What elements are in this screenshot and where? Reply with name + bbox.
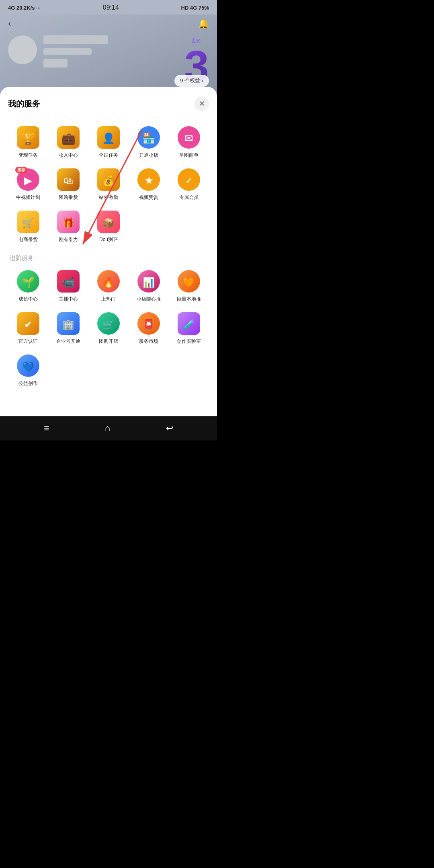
service-item-biancheng[interactable]: 🏆变现任务 — [8, 122, 48, 164]
svg-text:✉: ✉ — [184, 132, 193, 144]
service-icon-shangremen: 🔥 — [97, 270, 120, 293]
service-label-zhanjiwaihu: 站外激励 — [99, 194, 118, 201]
modal-header: 我的服务 ✕ — [8, 96, 209, 111]
svg-text:🧡: 🧡 — [183, 276, 195, 288]
svg-text:✓: ✓ — [185, 176, 192, 186]
service-item-shipin[interactable]: ★视频赞赏 — [129, 164, 169, 207]
service-label-zhongshipin: 中视频计划 — [16, 194, 40, 201]
svg-text:🔥: 🔥 — [102, 276, 115, 288]
service-icon-biancheng: 🏆 — [17, 126, 39, 149]
service-icon-shouru: 💼 — [57, 126, 80, 149]
service-label-fuwu: 服务市场 — [139, 338, 158, 345]
avatar — [8, 35, 37, 64]
service-item-shouru[interactable]: 💼收入中心 — [48, 122, 88, 164]
header-nav: ‹ 🔔 — [8, 18, 209, 29]
service-icon-zhubo: 📹 — [57, 270, 80, 293]
service-item-zhuanshu[interactable]: ✓专属会员 — [169, 164, 209, 207]
service-item-fuwu[interactable]: 📮服务市场 — [129, 308, 169, 350]
services-grid: 🏆变现任务💼收入中心👤全民任务🏪开通小店✉星图商单▶推荐中视频计划🛍团购带货💰站… — [8, 122, 209, 249]
service-icon-zhuanshu: ✓ — [178, 168, 200, 191]
status-right: HD 4G 75% — [181, 5, 209, 11]
service-item-xingtushangdan[interactable]: ✉星图商单 — [169, 122, 209, 164]
service-label-guanfang: 官方认证 — [18, 338, 38, 345]
svg-text:📮: 📮 — [143, 319, 155, 330]
service-item-kaitong[interactable]: 🏪开通小店 — [129, 122, 169, 164]
svg-text:🏪: 🏪 — [142, 132, 156, 145]
service-label-juyou: 剧有引力 — [59, 236, 78, 243]
service-icon-zhanjiwaihu: 💰 — [97, 168, 120, 191]
profile-content — [8, 35, 209, 68]
service-label-quanmin: 全民任务 — [99, 152, 118, 159]
status-bar: 4G 20.2K/s ··· 09:14 HD 4G 75% — [0, 0, 217, 14]
service-icon-chengzhang: 🌱 — [17, 270, 39, 293]
service-label-shangremen: 上热门 — [101, 296, 116, 303]
benefits-button[interactable]: 9 个权益 › — [174, 75, 209, 87]
service-label-gongyi: 公益创作 — [18, 380, 38, 387]
profile-header: ‹ 🔔 Lv. 3 9 个权益 › — [0, 14, 217, 95]
service-item-zhubo[interactable]: 📹主播中心 — [48, 266, 88, 308]
svg-text:👤: 👤 — [102, 132, 115, 145]
home-icon[interactable]: ⌂ — [105, 423, 110, 434]
service-icon-dianshang: 🛒 — [17, 211, 39, 233]
service-label-qiye: 企业号开通 — [56, 338, 80, 345]
status-time: 09:14 — [103, 4, 119, 11]
menu-icon[interactable]: ≡ — [44, 423, 49, 434]
service-item-juyou[interactable]: 🎁剧有引力 — [48, 207, 88, 249]
service-icon-shipin: ★ — [137, 168, 160, 191]
username-bar — [43, 35, 108, 44]
service-label-xingtushangdan: 星图商单 — [179, 152, 199, 159]
service-icon-juliang: 🧡 — [178, 270, 200, 293]
service-item-shiyanshi[interactable]: 🧪创作实验室 — [169, 308, 209, 350]
service-item-juliang[interactable]: 🧡巨量本地推 — [169, 266, 209, 308]
svg-text:💙: 💙 — [22, 361, 34, 373]
service-item-quanmin[interactable]: 👤全民任务 — [88, 122, 129, 164]
svg-text:🧪: 🧪 — [183, 319, 195, 330]
service-item-dou[interactable]: 📦Dou测评 — [88, 207, 129, 249]
service-item-dianshang[interactable]: 🛒电商带货 — [8, 207, 48, 249]
service-item-chengzhang[interactable]: 🌱成长中心 — [8, 266, 48, 308]
svg-text:💰: 💰 — [102, 175, 115, 186]
service-label-dianshang: 电商带货 — [18, 236, 38, 243]
svg-text:📊: 📊 — [143, 276, 155, 288]
service-item-guanfang[interactable]: ✔官方认证 — [8, 308, 48, 350]
modal-sheet: 我的服务 ✕ 🏆变现任务💼收入中心👤全民任务🏪开通小店✉星图商单▶推荐中视频计划… — [0, 87, 217, 416]
svg-text:📹: 📹 — [62, 276, 75, 289]
service-icon-quanmin: 👤 — [97, 126, 120, 149]
advanced-services-grid: 🌱成长中心📹主播中心🔥上热门📊小店随心推🧡巨量本地推✔官方认证🏢企业号开通🛒团购… — [8, 266, 209, 393]
service-label-zhubo: 主播中心 — [59, 296, 78, 303]
badge-zhongshipin: 推荐 — [15, 167, 27, 173]
service-icon-xingtushangdan: ✉ — [178, 126, 200, 149]
service-icon-fuwu: 📮 — [137, 312, 160, 335]
service-item-gongyi[interactable]: 💙公益创作 — [8, 350, 48, 393]
svg-text:★: ★ — [144, 174, 154, 186]
svg-text:🛒: 🛒 — [102, 319, 115, 330]
svg-text:🌱: 🌱 — [22, 276, 35, 289]
service-icon-guanfang: ✔ — [17, 312, 39, 335]
service-item-qiye[interactable]: 🏢企业号开通 — [48, 308, 88, 350]
back-nav-icon[interactable]: ↩ — [166, 423, 173, 434]
service-item-tuangou[interactable]: 🛍团购带货 — [48, 164, 88, 207]
service-icon-kaitong: 🏪 — [137, 126, 160, 149]
svg-text:📦: 📦 — [102, 217, 115, 229]
svg-text:▶: ▶ — [24, 174, 32, 186]
service-item-zhongshipin[interactable]: ▶推荐中视频计划 — [8, 164, 48, 207]
userid-bar — [43, 48, 92, 55]
bell-button[interactable]: 🔔 — [198, 18, 209, 29]
service-item-tuangoukaidan[interactable]: 🛒团购开店 — [88, 308, 129, 350]
svg-text:🏆: 🏆 — [21, 132, 35, 145]
service-item-shangremen[interactable]: 🔥上热门 — [88, 266, 129, 308]
service-label-xiaodian: 小店随心推 — [137, 296, 161, 303]
svg-text:🛒: 🛒 — [22, 217, 34, 229]
svg-text:💼: 💼 — [61, 132, 76, 145]
service-label-tuangou: 团购带货 — [59, 194, 78, 201]
back-button[interactable]: ‹ — [8, 18, 11, 29]
section-advanced-title: 进阶服务 — [10, 254, 209, 262]
service-item-zhanjiwaihu[interactable]: 💰站外激励 — [88, 164, 129, 207]
svg-text:🎁: 🎁 — [62, 217, 74, 229]
close-button[interactable]: ✕ — [194, 96, 209, 111]
service-label-chengzhang: 成长中心 — [18, 296, 38, 303]
svg-text:✔: ✔ — [24, 319, 32, 330]
service-label-dou: Dou测评 — [99, 236, 118, 243]
service-item-xiaodian[interactable]: 📊小店随心推 — [129, 266, 169, 308]
service-label-biancheng: 变现任务 — [18, 152, 38, 159]
